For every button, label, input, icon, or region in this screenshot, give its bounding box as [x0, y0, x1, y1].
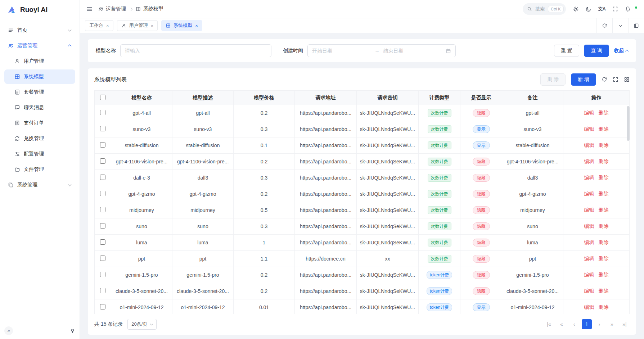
- delete-link[interactable]: 删除: [599, 288, 609, 294]
- delete-link[interactable]: 删除: [599, 110, 609, 116]
- vertical-scrollbar-thumb[interactable]: [627, 106, 630, 141]
- delete-link[interactable]: 删除: [599, 158, 609, 164]
- sidebar-item-exchange-management[interactable]: 兑换管理: [4, 131, 75, 146]
- row-checkbox[interactable]: [100, 110, 105, 115]
- row-checkbox[interactable]: [100, 142, 105, 148]
- sidebar-item-file-management[interactable]: 文件管理: [4, 162, 75, 177]
- edit-link[interactable]: 编辑: [584, 304, 594, 310]
- delete-link[interactable]: 删除: [599, 126, 609, 132]
- last-page-icon[interactable]: »|: [620, 319, 630, 329]
- delete-link[interactable]: 删除: [599, 191, 609, 196]
- page-number-button[interactable]: 1: [582, 319, 592, 329]
- billing-type-tag: 次数计费: [428, 255, 451, 263]
- layout-toggle-icon[interactable]: [628, 18, 644, 33]
- bell-icon[interactable]: [625, 6, 631, 12]
- start-date-input[interactable]: [312, 48, 371, 54]
- refresh-icon[interactable]: [602, 77, 607, 82]
- row-checkbox[interactable]: [100, 272, 105, 277]
- delete-link[interactable]: 删除: [599, 223, 609, 229]
- first-page-icon[interactable]: |«: [544, 319, 554, 329]
- sidebar-item-system-management[interactable]: 系统管理: [4, 178, 75, 192]
- next-page-icon[interactable]: ›: [594, 319, 604, 329]
- edit-link[interactable]: 编辑: [584, 142, 594, 148]
- edit-link[interactable]: 编辑: [584, 223, 594, 229]
- close-icon[interactable]: ×: [195, 23, 198, 28]
- edit-link[interactable]: 编辑: [584, 256, 594, 261]
- select-all-checkbox[interactable]: [100, 95, 105, 100]
- edit-link[interactable]: 编辑: [584, 126, 594, 132]
- end-date-input[interactable]: [383, 48, 442, 54]
- row-checkbox[interactable]: [100, 207, 105, 212]
- breadcrumb-item-system-model[interactable]: 系统模型: [136, 6, 163, 12]
- model-name-input[interactable]: [120, 44, 271, 57]
- delete-link[interactable]: 删除: [599, 304, 609, 310]
- pin-icon[interactable]: [70, 328, 75, 334]
- row-checkbox[interactable]: [100, 223, 105, 229]
- date-range-picker[interactable]: →: [307, 44, 456, 57]
- close-icon[interactable]: ×: [151, 23, 154, 28]
- row-checkbox[interactable]: [100, 126, 105, 131]
- translate-icon[interactable]: 文A: [598, 6, 605, 12]
- delete-link[interactable]: 删除: [599, 207, 609, 213]
- sidebar-item-system-model[interactable]: 系统模型: [4, 69, 75, 84]
- edit-link[interactable]: 编辑: [584, 239, 594, 245]
- edit-link[interactable]: 编辑: [584, 175, 594, 180]
- sidebar-item-package-management[interactable]: 套餐管理: [4, 85, 75, 99]
- edit-link[interactable]: 编辑: [584, 272, 594, 277]
- delete-link[interactable]: 删除: [599, 175, 609, 180]
- global-search[interactable]: 搜索 Ctrl K: [523, 3, 566, 15]
- delete-link[interactable]: 删除: [599, 272, 609, 277]
- row-checkbox[interactable]: [100, 256, 105, 261]
- delete-link[interactable]: 删除: [599, 142, 609, 148]
- sidebar-item-chat-messages[interactable]: 聊天消息: [4, 100, 75, 115]
- remark-cell: gpt-4-1106-vision-pre...: [502, 154, 563, 170]
- tab-system-model[interactable]: 系统模型 ×: [161, 20, 202, 31]
- column-settings-grid-icon[interactable]: [624, 77, 630, 82]
- reset-button[interactable]: 重 置: [554, 45, 579, 57]
- sidebar-item-operations[interactable]: 运营管理: [4, 39, 75, 53]
- close-icon[interactable]: ×: [106, 23, 109, 28]
- table-fullscreen-icon[interactable]: [613, 77, 618, 82]
- sidebar-item-config-management[interactable]: 配置管理: [4, 147, 75, 161]
- breadcrumb-item-operations[interactable]: 运营管理: [98, 6, 126, 12]
- breadcrumb-label: 运营管理: [106, 6, 126, 12]
- row-checkbox[interactable]: [100, 175, 105, 180]
- model-name-cell: gpt-4-1106-vision-pre...: [111, 154, 172, 170]
- dark-mode-moon-icon[interactable]: [586, 6, 591, 12]
- next-group-icon[interactable]: »: [607, 319, 617, 329]
- tab-user-management[interactable]: 用户管理 ×: [117, 20, 158, 31]
- row-checkbox[interactable]: [100, 191, 105, 196]
- page-size-select[interactable]: 20条/页: [127, 319, 157, 330]
- row-checkbox[interactable]: [100, 158, 105, 164]
- delete-link[interactable]: 删除: [599, 256, 609, 261]
- fullscreen-icon[interactable]: [612, 6, 618, 12]
- edit-link[interactable]: 编辑: [584, 288, 594, 294]
- gear-icon[interactable]: [573, 6, 579, 12]
- prev-group-icon[interactable]: «: [557, 319, 567, 329]
- row-checkbox[interactable]: [100, 288, 105, 293]
- sidebar-collapse-button[interactable]: «: [4, 326, 13, 335]
- row-checkbox[interactable]: [100, 239, 105, 245]
- edit-link[interactable]: 编辑: [584, 207, 594, 213]
- edit-link[interactable]: 编辑: [584, 191, 594, 196]
- request-url-cell: https://api.pandarobo...: [295, 267, 357, 283]
- collapse-filter-link[interactable]: 收起: [614, 48, 628, 54]
- prev-page-icon[interactable]: ‹: [569, 319, 579, 329]
- refresh-tab-icon[interactable]: [596, 18, 612, 33]
- tab-workbench[interactable]: 工作台 ×: [85, 20, 113, 31]
- batch-delete-button[interactable]: 删 除: [540, 73, 566, 86]
- breadcrumb: 运营管理 系统模型: [98, 6, 163, 12]
- filter-actions: 重 置 查 询 收起: [554, 45, 628, 57]
- edit-link[interactable]: 编辑: [584, 110, 594, 116]
- delete-link[interactable]: 删除: [599, 239, 609, 245]
- sidebar-item-payment-orders[interactable]: 支付订单: [4, 116, 75, 130]
- edit-link[interactable]: 编辑: [584, 158, 594, 164]
- add-button[interactable]: 新 增: [571, 73, 596, 86]
- sidebar-item-home[interactable]: 首页: [4, 23, 75, 37]
- sidebar-item-user-management[interactable]: 用户管理: [4, 54, 75, 68]
- row-checkbox[interactable]: [100, 304, 105, 309]
- app-logo[interactable]: Ruoyi AI: [0, 0, 80, 19]
- chevron-down-icon[interactable]: [612, 18, 628, 33]
- hamburger-menu-icon[interactable]: [86, 6, 93, 12]
- query-button[interactable]: 查 询: [584, 45, 609, 57]
